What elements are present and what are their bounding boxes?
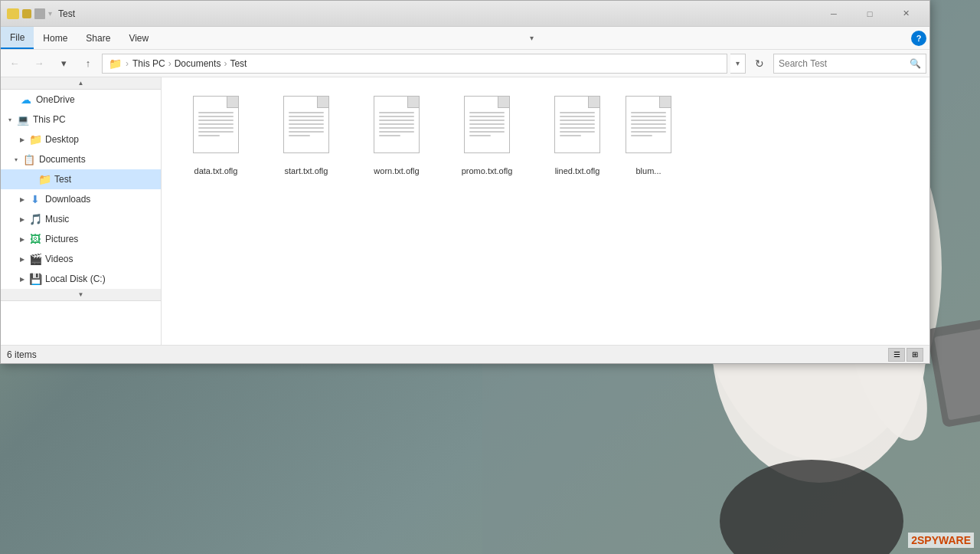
sidebar-item-this-pc[interactable]: ▾ 💻 This PC (1, 110, 161, 129)
path-arrow-1: › (168, 58, 172, 69)
main-area: ▲ ☁ OneDrive ▾ 💻 This PC ▶ 📁 Desktop (1, 77, 929, 345)
file-name-lined: lined.txt.oflg (555, 166, 600, 176)
address-bar: ← → ▾ ↑ 📁 › This PC › Documents › Test ▾… (1, 50, 929, 77)
file-icon-data (189, 96, 243, 161)
window-controls: ─ □ ✕ (816, 2, 923, 25)
file-icon-worn (370, 96, 423, 161)
status-bar: 6 items ☰ ⊞ (1, 345, 929, 363)
sidebar-item-videos[interactable]: ▶ 🎬 Videos (1, 249, 161, 269)
pictures-icon: 🖼 (28, 232, 42, 246)
file-item-start[interactable]: start.txt.oflg (264, 90, 348, 182)
sidebar-expand-local-disk: ▶ (16, 273, 28, 285)
sidebar-item-documents[interactable]: ▾ 📋 Documents (1, 149, 161, 169)
sidebar-label-onedrive: OneDrive (36, 94, 75, 105)
desktop-icon: 📁 (28, 133, 42, 146)
view-btn-list[interactable]: ☰ (888, 348, 905, 362)
menu-chevron: ▾ (530, 34, 540, 42)
sidebar-item-pictures[interactable]: ▶ 🖼 Pictures (1, 229, 161, 249)
sidebar-item-downloads[interactable]: ▶ ⬇ Downloads (1, 189, 161, 209)
file-name-worn: worn.txt.oflg (374, 166, 419, 176)
sidebar-expand-desktop: ▶ (16, 133, 28, 146)
sidebar-label-downloads: Downloads (45, 194, 90, 205)
sidebar-item-desktop[interactable]: ▶ 📁 Desktop (1, 129, 161, 149)
file-name-start: start.txt.oflg (285, 166, 328, 176)
sidebar-expand-this-pc: ▾ (4, 113, 16, 126)
minimize-button[interactable]: ─ (816, 2, 851, 25)
file-icon-promo (460, 96, 514, 161)
sidebar: ▲ ☁ OneDrive ▾ 💻 This PC ▶ 📁 Desktop (1, 77, 162, 345)
sidebar-item-music[interactable]: ▶ 🎵 Music (1, 209, 161, 229)
path-documents[interactable]: Documents (175, 58, 221, 69)
explorer-window: ▾ Test ─ □ ✕ File Home Share View ▾ ? ← … (0, 0, 930, 364)
onedrive-icon: ☁ (19, 93, 33, 107)
title-icon-small (22, 9, 31, 18)
sidebar-expand-videos: ▶ (16, 253, 28, 265)
sidebar-label-pictures: Pictures (45, 234, 78, 244)
file-icon-start (279, 96, 333, 161)
view-btn-icons[interactable]: ⊞ (906, 348, 923, 362)
sidebar-expand-pictures: ▶ (16, 233, 28, 245)
maximize-button[interactable]: □ (852, 2, 887, 25)
sidebar-label-this-pc: This PC (33, 114, 66, 125)
menu-view[interactable]: View (119, 27, 158, 49)
sidebar-item-local-disk[interactable]: ▶ 💾 Local Disk (C:) (1, 269, 161, 289)
up-button[interactable]: ↑ (77, 54, 99, 74)
forward-button[interactable]: → (28, 54, 50, 74)
menu-home[interactable]: Home (34, 27, 77, 49)
local-disk-icon: 💾 (28, 272, 42, 286)
menu-bar: File Home Share View ▾ ? (1, 27, 929, 50)
sidebar-label-desktop: Desktop (45, 134, 79, 145)
sidebar-expand-onedrive (7, 93, 19, 106)
file-name-blum: blum... (635, 166, 661, 176)
file-icon-blum (626, 96, 671, 161)
sidebar-label-local-disk: Local Disk (C:) (45, 274, 106, 284)
file-icon-lined (550, 96, 604, 161)
downloads-icon: ⬇ (28, 192, 42, 206)
back-button[interactable]: ← (4, 54, 25, 74)
sidebar-expand-downloads: ▶ (16, 193, 28, 205)
sidebar-expand-music: ▶ (16, 213, 28, 225)
menu-help-button[interactable]: ? (911, 31, 926, 46)
file-item-promo[interactable]: promo.txt.oflg (445, 90, 529, 182)
refresh-button[interactable]: ↻ (749, 54, 770, 74)
title-bar: ▾ Test ─ □ ✕ (1, 1, 929, 27)
address-path: 📁 › This PC › Documents › Test (102, 54, 727, 74)
path-this-pc[interactable]: This PC (132, 58, 165, 69)
file-item-blum[interactable]: blum... (626, 90, 671, 182)
videos-icon: 🎬 (28, 252, 42, 266)
sidebar-item-onedrive[interactable]: ☁ OneDrive (1, 90, 161, 110)
recent-button[interactable]: ▾ (53, 54, 74, 74)
sidebar-scroll-up[interactable]: ▲ (1, 77, 161, 90)
path-test[interactable]: Test (230, 58, 247, 69)
sidebar-label-test: Test (54, 174, 71, 185)
view-buttons: ☰ ⊞ (888, 348, 923, 362)
file-item-data[interactable]: data.txt.oflg (174, 90, 258, 182)
title-icon-folder (7, 8, 19, 19)
content-pane: data.txt.oflg (162, 77, 929, 345)
status-count: 6 items (7, 349, 37, 360)
file-name-data: data.txt.oflg (194, 166, 238, 176)
documents-icon: 📋 (22, 152, 36, 166)
sidebar-item-test[interactable]: 📁 Test (1, 169, 161, 189)
search-icon[interactable]: 🔍 (910, 58, 921, 69)
address-dropdown[interactable]: ▾ (730, 54, 746, 74)
close-button[interactable]: ✕ (888, 2, 923, 25)
watermark: 2SPYWARE (908, 533, 974, 548)
path-arrow-2: › (224, 58, 227, 69)
music-icon: 🎵 (28, 212, 42, 226)
sidebar-expand-test (25, 173, 38, 185)
search-input[interactable] (779, 58, 910, 69)
sidebar-label-documents: Documents (39, 154, 86, 165)
file-name-promo: promo.txt.oflg (462, 166, 513, 176)
this-pc-icon: 💻 (16, 113, 30, 126)
menu-file[interactable]: File (1, 27, 34, 49)
file-item-lined[interactable]: lined.txt.oflg (535, 90, 619, 182)
sidebar-label-videos: Videos (45, 254, 73, 264)
search-box: 🔍 (773, 54, 926, 74)
test-folder-icon: 📁 (38, 172, 51, 186)
menu-share[interactable]: Share (77, 27, 119, 49)
title-icons: ▾ (7, 8, 52, 19)
file-item-worn[interactable]: worn.txt.oflg (354, 90, 439, 182)
sidebar-scroll-down[interactable]: ▼ (1, 289, 161, 301)
window-title: Test (58, 8, 816, 19)
